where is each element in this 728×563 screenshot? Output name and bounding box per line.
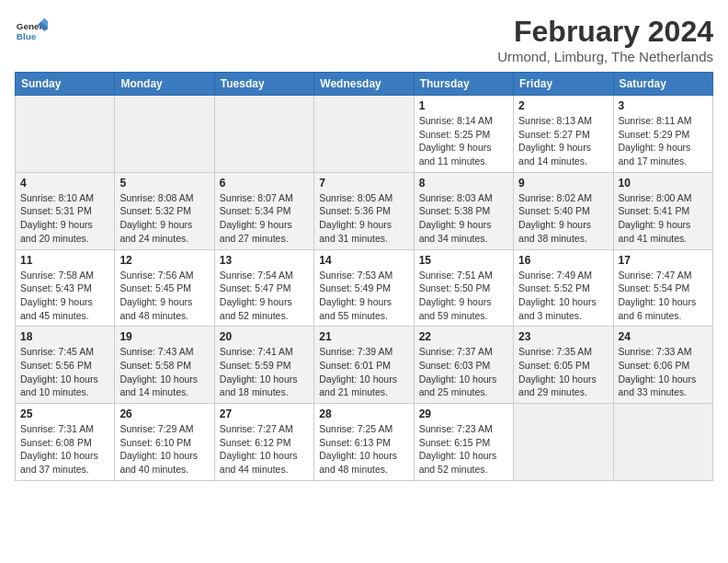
day-number: 15 [419, 254, 508, 267]
calendar-cell: 7Sunrise: 8:05 AM Sunset: 5:36 PM Daylig… [314, 172, 414, 249]
day-detail: Sunrise: 7:39 AM Sunset: 6:01 PM Dayligh… [319, 345, 408, 399]
day-number: 12 [119, 254, 209, 267]
weekday-header-saturday: Saturday [613, 73, 712, 96]
calendar-cell: 25Sunrise: 7:31 AM Sunset: 6:08 PM Dayli… [16, 404, 115, 481]
day-number: 9 [518, 177, 608, 190]
calendar-cell: 8Sunrise: 8:03 AM Sunset: 5:38 PM Daylig… [414, 172, 513, 249]
day-detail: Sunrise: 7:45 AM Sunset: 5:56 PM Dayligh… [20, 345, 109, 399]
calendar-cell: 4Sunrise: 8:10 AM Sunset: 5:31 PM Daylig… [16, 172, 115, 249]
logo-icon: General Blue [15, 15, 48, 48]
calendar-cell: 16Sunrise: 7:49 AM Sunset: 5:52 PM Dayli… [514, 249, 613, 327]
day-number: 3 [619, 99, 708, 112]
day-detail: Sunrise: 8:07 AM Sunset: 5:34 PM Dayligh… [220, 191, 309, 246]
day-number: 1 [419, 99, 508, 112]
calendar-cell: 22Sunrise: 7:37 AM Sunset: 6:03 PM Dayli… [414, 327, 513, 404]
day-number: 16 [518, 254, 608, 267]
month-year-title: February 2024 [497, 15, 713, 49]
day-detail: Sunrise: 8:14 AM Sunset: 5:25 PM Dayligh… [419, 114, 508, 168]
day-number: 18 [20, 330, 109, 343]
day-number: 11 [20, 254, 109, 267]
day-detail: Sunrise: 8:02 AM Sunset: 5:40 PM Dayligh… [518, 191, 608, 246]
day-detail: Sunrise: 8:03 AM Sunset: 5:38 PM Dayligh… [419, 191, 508, 246]
day-detail: Sunrise: 7:27 AM Sunset: 6:12 PM Dayligh… [220, 422, 309, 477]
calendar-cell: 2Sunrise: 8:13 AM Sunset: 5:27 PM Daylig… [514, 96, 613, 173]
day-detail: Sunrise: 7:31 AM Sunset: 6:08 PM Dayligh… [20, 422, 109, 477]
calendar-cell: 3Sunrise: 8:11 AM Sunset: 5:29 PM Daylig… [613, 96, 712, 173]
calendar-table: SundayMondayTuesdayWednesdayThursdayFrid… [15, 72, 713, 481]
day-number: 29 [419, 408, 508, 420]
calendar-cell: 27Sunrise: 7:27 AM Sunset: 6:12 PM Dayli… [214, 404, 313, 481]
calendar-cell [613, 404, 712, 481]
calendar-cell [314, 96, 414, 173]
calendar-cell: 21Sunrise: 7:39 AM Sunset: 6:01 PM Dayli… [314, 327, 414, 404]
day-detail: Sunrise: 7:58 AM Sunset: 5:43 PM Dayligh… [20, 269, 109, 323]
calendar-cell [514, 404, 613, 481]
calendar-cell: 18Sunrise: 7:45 AM Sunset: 5:56 PM Dayli… [16, 327, 115, 404]
day-number: 19 [119, 330, 209, 343]
calendar-cell: 11Sunrise: 7:58 AM Sunset: 5:43 PM Dayli… [16, 249, 115, 327]
day-number: 17 [619, 254, 708, 267]
calendar-cell: 15Sunrise: 7:51 AM Sunset: 5:50 PM Dayli… [414, 249, 513, 327]
day-number: 7 [319, 177, 408, 190]
calendar-cell: 17Sunrise: 7:47 AM Sunset: 5:54 PM Dayli… [613, 249, 712, 327]
header: General Blue February 2024 Urmond, Limbu… [15, 15, 713, 64]
calendar-cell: 14Sunrise: 7:53 AM Sunset: 5:49 PM Dayli… [314, 249, 414, 327]
svg-text:Blue: Blue [17, 31, 37, 41]
day-number: 28 [319, 408, 408, 420]
day-number: 10 [619, 177, 708, 190]
calendar-cell: 23Sunrise: 7:35 AM Sunset: 6:05 PM Dayli… [514, 327, 613, 404]
calendar-cell: 6Sunrise: 8:07 AM Sunset: 5:34 PM Daylig… [214, 172, 313, 249]
day-detail: Sunrise: 7:23 AM Sunset: 6:15 PM Dayligh… [419, 422, 508, 477]
day-detail: Sunrise: 8:10 AM Sunset: 5:31 PM Dayligh… [20, 191, 109, 246]
calendar-cell: 19Sunrise: 7:43 AM Sunset: 5:58 PM Dayli… [115, 327, 214, 404]
day-number: 22 [419, 330, 508, 343]
calendar-cell: 13Sunrise: 7:54 AM Sunset: 5:47 PM Dayli… [214, 249, 313, 327]
day-number: 21 [319, 330, 408, 343]
calendar-cell: 9Sunrise: 8:02 AM Sunset: 5:40 PM Daylig… [514, 172, 613, 249]
day-detail: Sunrise: 7:54 AM Sunset: 5:47 PM Dayligh… [220, 269, 309, 323]
day-number: 24 [619, 330, 708, 343]
day-number: 8 [419, 177, 508, 190]
day-number: 4 [20, 177, 109, 190]
day-detail: Sunrise: 7:49 AM Sunset: 5:52 PM Dayligh… [518, 269, 608, 323]
day-detail: Sunrise: 8:13 AM Sunset: 5:27 PM Dayligh… [518, 114, 608, 168]
day-number: 5 [119, 177, 209, 190]
day-detail: Sunrise: 8:00 AM Sunset: 5:41 PM Dayligh… [619, 191, 708, 246]
day-detail: Sunrise: 8:08 AM Sunset: 5:32 PM Dayligh… [119, 191, 209, 246]
weekday-header-sunday: Sunday [16, 73, 115, 96]
day-number: 2 [518, 99, 608, 112]
calendar-cell: 28Sunrise: 7:25 AM Sunset: 6:13 PM Dayli… [314, 404, 414, 481]
location-subtitle: Urmond, Limburg, The Netherlands [497, 49, 713, 64]
day-number: 6 [220, 177, 309, 190]
day-number: 23 [518, 330, 608, 343]
day-detail: Sunrise: 7:33 AM Sunset: 6:06 PM Dayligh… [619, 345, 708, 399]
day-number: 27 [220, 408, 309, 420]
weekday-header-monday: Monday [115, 73, 214, 96]
weekday-header-thursday: Thursday [414, 73, 513, 96]
calendar-cell [214, 96, 313, 173]
calendar-cell [115, 96, 214, 173]
day-number: 13 [220, 254, 309, 267]
day-detail: Sunrise: 7:41 AM Sunset: 5:59 PM Dayligh… [220, 345, 309, 399]
calendar-cell: 5Sunrise: 8:08 AM Sunset: 5:32 PM Daylig… [115, 172, 214, 249]
calendar-cell: 26Sunrise: 7:29 AM Sunset: 6:10 PM Dayli… [115, 404, 214, 481]
day-number: 14 [319, 254, 408, 267]
day-detail: Sunrise: 7:43 AM Sunset: 5:58 PM Dayligh… [119, 345, 209, 399]
weekday-header-tuesday: Tuesday [214, 73, 313, 96]
calendar-cell: 29Sunrise: 7:23 AM Sunset: 6:15 PM Dayli… [414, 404, 513, 481]
weekday-header-friday: Friday [514, 73, 613, 96]
day-detail: Sunrise: 8:11 AM Sunset: 5:29 PM Dayligh… [619, 114, 708, 168]
calendar-cell: 12Sunrise: 7:56 AM Sunset: 5:45 PM Dayli… [115, 249, 214, 327]
calendar-cell: 10Sunrise: 8:00 AM Sunset: 5:41 PM Dayli… [613, 172, 712, 249]
day-detail: Sunrise: 7:53 AM Sunset: 5:49 PM Dayligh… [319, 269, 408, 323]
day-detail: Sunrise: 8:05 AM Sunset: 5:36 PM Dayligh… [319, 191, 408, 246]
day-detail: Sunrise: 7:35 AM Sunset: 6:05 PM Dayligh… [518, 345, 608, 399]
day-detail: Sunrise: 7:37 AM Sunset: 6:03 PM Dayligh… [419, 345, 508, 399]
day-detail: Sunrise: 7:47 AM Sunset: 5:54 PM Dayligh… [619, 269, 708, 323]
calendar-cell: 24Sunrise: 7:33 AM Sunset: 6:06 PM Dayli… [613, 327, 712, 404]
day-number: 20 [220, 330, 309, 343]
title-block: February 2024 Urmond, Limburg, The Nethe… [497, 15, 713, 64]
calendar-cell [16, 96, 115, 173]
weekday-header-wednesday: Wednesday [314, 73, 414, 96]
calendar-cell: 1Sunrise: 8:14 AM Sunset: 5:25 PM Daylig… [414, 96, 513, 173]
